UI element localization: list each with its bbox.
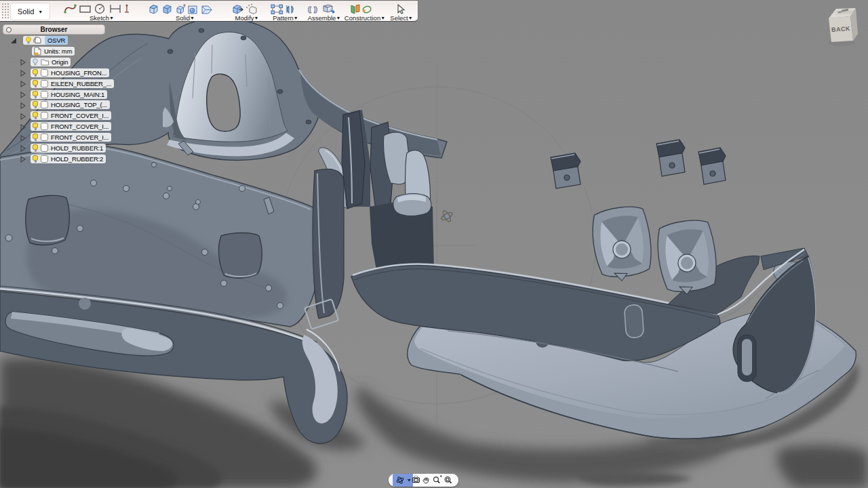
svg-text:BACK: BACK bbox=[831, 25, 851, 33]
